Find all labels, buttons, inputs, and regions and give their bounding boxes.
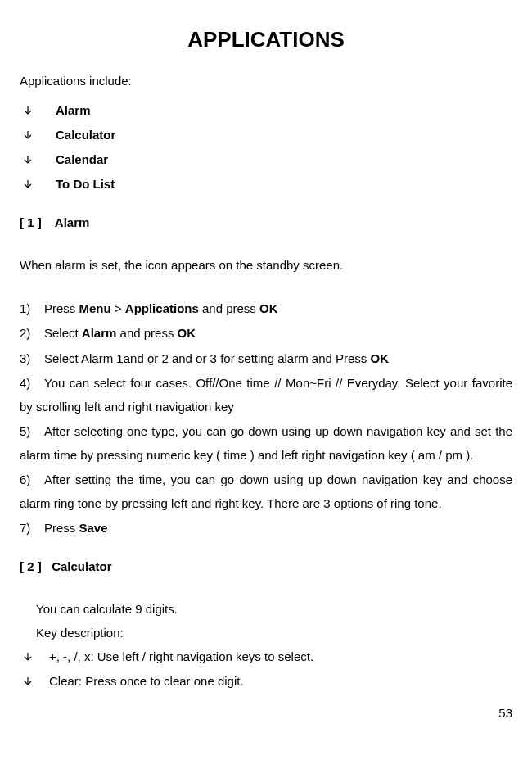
alarm-description: When alarm is set, the icon appears on t… xyxy=(20,254,512,278)
page-title: APPLICATIONS xyxy=(20,20,512,60)
section-heading-alarm: [ 1 ] Alarm xyxy=(20,211,512,235)
step-item: 5)After selecting one type, you can go d… xyxy=(20,420,512,467)
list-item-label: Calendar xyxy=(56,152,108,166)
arrow-down-icon xyxy=(23,179,33,189)
key-description-list: +, -, /, x: Use left / right navigation … xyxy=(20,645,512,694)
arrow-down-icon xyxy=(23,106,33,115)
section-number: [ 1 ] xyxy=(20,215,42,229)
section-number: [ 2 ] xyxy=(20,559,42,573)
step-item: 4)You can select four cases. Off//One ti… xyxy=(20,372,512,418)
calculator-line1: You can calculate 9 digits. xyxy=(20,598,512,622)
step-item: 2)Select Alarm and press OK xyxy=(20,322,512,346)
step-item: 7)Press Save xyxy=(20,517,512,541)
list-item: +, -, /, x: Use left / right navigation … xyxy=(20,645,512,669)
list-item-label: Alarm xyxy=(56,103,91,117)
alarm-steps: 1)Press Menu > Applications and press OK… xyxy=(20,297,512,541)
intro-text: Applications include: xyxy=(20,70,512,93)
section-label: Alarm xyxy=(55,215,90,229)
list-item: Alarm xyxy=(20,98,512,123)
list-item-label: Clear: Press once to clear one digit. xyxy=(49,674,244,688)
section-label: Calculator xyxy=(52,559,111,573)
list-item-label: +, -, /, x: Use left / right navigation … xyxy=(49,649,313,663)
list-item: Calculator xyxy=(20,123,512,147)
step-item: 1)Press Menu > Applications and press OK xyxy=(20,297,512,321)
list-item: To Do List xyxy=(20,172,512,197)
step-item: 3)Select Alarm 1and or 2 and or 3 for se… xyxy=(20,347,512,371)
app-bullet-list: Alarm Calculator Calendar To Do List xyxy=(20,98,512,197)
list-item: Clear: Press once to clear one digit. xyxy=(20,669,512,694)
page-number: 53 xyxy=(20,702,512,726)
arrow-down-icon xyxy=(23,130,33,140)
list-item-label: Calculator xyxy=(56,128,115,142)
list-item-label: To Do List xyxy=(56,177,115,191)
list-item: Calendar xyxy=(20,147,512,172)
arrow-down-icon xyxy=(23,652,33,662)
arrow-down-icon xyxy=(23,155,33,165)
section-heading-calculator: [ 2 ] Calculator xyxy=(20,555,512,579)
step-item: 6)After setting the time, you can go dow… xyxy=(20,468,512,515)
arrow-down-icon xyxy=(23,676,33,686)
calculator-line2: Key description: xyxy=(20,622,512,645)
